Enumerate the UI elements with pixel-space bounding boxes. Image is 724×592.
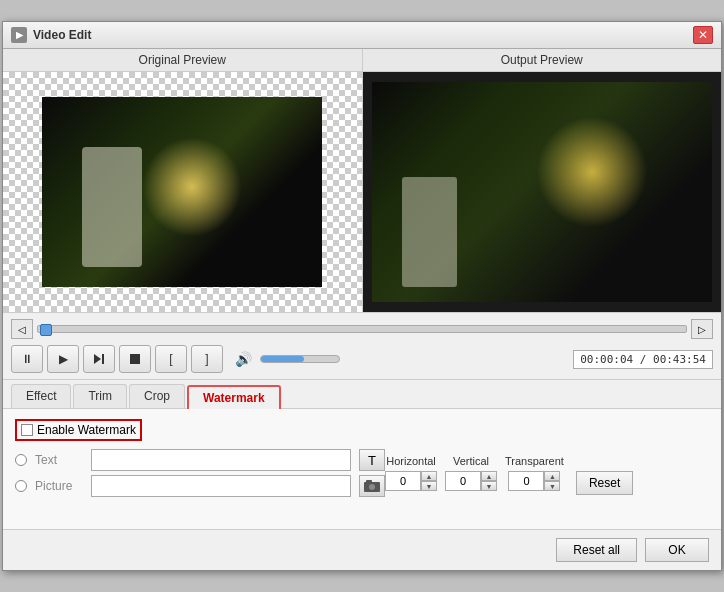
svg-rect-4: [366, 480, 372, 483]
transparent-spinner-group: Transparent ▲ ▼: [505, 455, 564, 491]
output-preview-video: [363, 72, 722, 312]
picture-option-row: Picture: [15, 475, 385, 497]
svg-point-5: [369, 484, 375, 490]
pause-button[interactable]: ⏸: [11, 345, 43, 373]
progress-thumb[interactable]: [40, 324, 52, 336]
tabs-row: Effect Trim Crop Watermark: [3, 380, 721, 409]
text-option-row: Text T: [15, 449, 385, 471]
preview-area: Original Preview Output Preview: [3, 49, 721, 313]
window-title: Video Edit: [33, 28, 91, 42]
window-icon: ▶: [11, 27, 27, 43]
text-radio-label: Text: [35, 453, 83, 467]
output-preview-panel: Output Preview: [363, 49, 722, 312]
controls-bar: ◁ ▷ ⏸ ▶ [ ] 🔊: [3, 313, 721, 380]
picture-input[interactable]: [91, 475, 351, 497]
vertical-arrows: ▲ ▼: [481, 471, 497, 491]
light-spot-original: [142, 137, 242, 237]
svg-rect-2: [130, 354, 140, 364]
transparent-label: Transparent: [505, 455, 564, 467]
watermark-options-row: Text T Picture: [15, 449, 709, 501]
enable-watermark-label: Enable Watermark: [37, 423, 136, 437]
light-spot-output: [532, 112, 652, 232]
progress-track[interactable]: [37, 325, 687, 333]
tab-watermark[interactable]: Watermark: [187, 385, 281, 409]
mark-out-button[interactable]: ]: [191, 345, 223, 373]
vertical-spinner-group: Vertical ▲ ▼: [445, 455, 497, 491]
svg-marker-0: [94, 354, 101, 364]
mark-end-button[interactable]: ▷: [691, 319, 713, 339]
horizontal-down-arrow[interactable]: ▼: [421, 481, 437, 491]
original-preview-label: Original Preview: [3, 49, 362, 72]
reset-button[interactable]: Reset: [576, 471, 633, 495]
enable-watermark-row: Enable Watermark: [15, 419, 709, 441]
vertical-input[interactable]: [445, 471, 481, 491]
close-button[interactable]: ✕: [693, 26, 713, 44]
svg-rect-1: [102, 354, 104, 364]
vertical-up-arrow[interactable]: ▲: [481, 471, 497, 481]
original-preview-video: [3, 72, 362, 312]
transport-row: ⏸ ▶ [ ] 🔊 00:00:04 / 00:43:54: [11, 341, 713, 375]
volume-slider[interactable]: [260, 355, 340, 363]
tab-crop[interactable]: Crop: [129, 384, 185, 408]
horizontal-input[interactable]: [385, 471, 421, 491]
enable-watermark-checkbox[interactable]: [21, 424, 33, 436]
reset-all-button[interactable]: Reset all: [556, 538, 637, 562]
play-button[interactable]: ▶: [47, 345, 79, 373]
transparent-input-row: ▲ ▼: [508, 471, 560, 491]
text-icon-button[interactable]: T: [359, 449, 385, 471]
ok-button[interactable]: OK: [645, 538, 709, 562]
tab-effect[interactable]: Effect: [11, 384, 71, 408]
transparent-down-arrow[interactable]: ▼: [544, 481, 560, 491]
stop-button[interactable]: [119, 345, 151, 373]
progress-slider-area: ◁ ▷: [11, 317, 713, 341]
mark-start-button[interactable]: ◁: [11, 319, 33, 339]
horizontal-input-row: ▲ ▼: [385, 471, 437, 491]
horizontal-up-arrow[interactable]: ▲: [421, 471, 437, 481]
transparent-input[interactable]: [508, 471, 544, 491]
output-video-figure: [372, 82, 712, 302]
original-video-figure: [42, 97, 322, 287]
watermark-panel: Enable Watermark Text T Picture: [3, 409, 721, 529]
mark-in-button[interactable]: [: [155, 345, 187, 373]
next-frame-button[interactable]: [83, 345, 115, 373]
picture-radio-label: Picture: [35, 479, 83, 493]
volume-fill: [261, 356, 304, 362]
picture-radio[interactable]: [15, 480, 27, 492]
text-input[interactable]: [91, 449, 351, 471]
original-video-content: [42, 97, 322, 287]
vertical-label: Vertical: [453, 455, 489, 467]
watermark-options-left: Text T Picture: [15, 449, 385, 501]
time-display: 00:00:04 / 00:43:54: [573, 350, 713, 369]
bottom-bar: Reset all OK: [3, 529, 721, 570]
watermark-options-right: Horizontal ▲ ▼ Vertical: [385, 455, 709, 495]
horizontal-spinner-group: Horizontal ▲ ▼: [385, 455, 437, 491]
output-video-content: [372, 82, 712, 302]
picture-browse-button[interactable]: [359, 475, 385, 497]
text-radio[interactable]: [15, 454, 27, 466]
vertical-down-arrow[interactable]: ▼: [481, 481, 497, 491]
output-preview-label: Output Preview: [363, 49, 722, 72]
original-preview-panel: Original Preview: [3, 49, 363, 312]
horizontal-label: Horizontal: [386, 455, 436, 467]
vertical-input-row: ▲ ▼: [445, 471, 497, 491]
horizontal-arrows: ▲ ▼: [421, 471, 437, 491]
tab-trim[interactable]: Trim: [73, 384, 127, 408]
enable-watermark-checkbox-wrapper[interactable]: Enable Watermark: [15, 419, 142, 441]
volume-icon: 🔊: [235, 351, 252, 367]
transparent-up-arrow[interactable]: ▲: [544, 471, 560, 481]
transparent-arrows: ▲ ▼: [544, 471, 560, 491]
video-edit-window: ▶ Video Edit ✕ Original Preview Output P…: [2, 21, 722, 571]
title-bar: ▶ Video Edit ✕: [3, 22, 721, 49]
